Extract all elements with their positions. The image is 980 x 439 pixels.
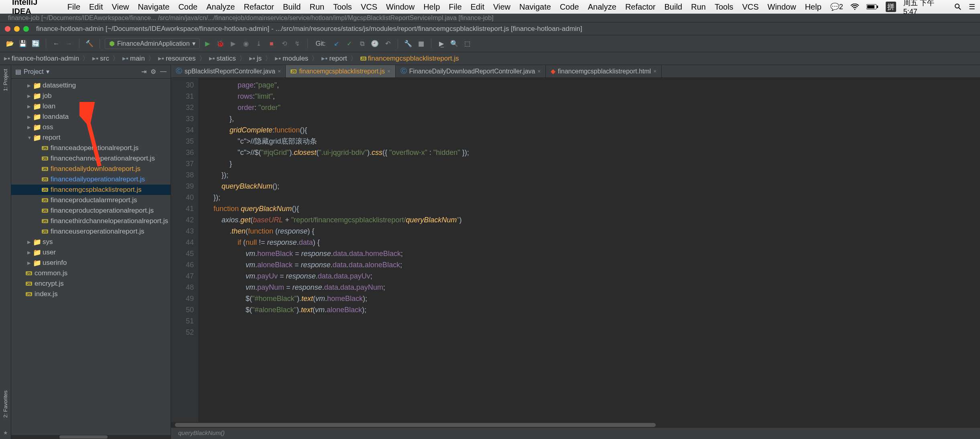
tree-item-financeproductalarmreport.js[interactable]: JSfinanceproductalarmreport.js bbox=[11, 195, 171, 205]
run-anything-icon[interactable]: ▶̲ bbox=[436, 39, 447, 49]
hide-icon[interactable]: — bbox=[160, 68, 167, 75]
gear-icon[interactable]: ⚙ bbox=[150, 68, 156, 75]
breadcrumb-statics[interactable]: ▸▪statics bbox=[209, 54, 236, 63]
menubar-item-run[interactable]: Run bbox=[309, 2, 324, 12]
breadcrumb-main[interactable]: ▸▪main bbox=[122, 54, 145, 63]
tree-item-financechanneloperationalreport.js[interactable]: JSfinancechanneloperationalreport.js bbox=[11, 153, 171, 164]
menubar-item-build[interactable]: Build bbox=[664, 2, 682, 12]
tree-item-common.js[interactable]: JScommon.js bbox=[11, 268, 171, 278]
menubar-item-run[interactable]: Run bbox=[691, 2, 706, 12]
tree-item-financedailydownloadreport.js[interactable]: JSfinancedailydownloadreport.js bbox=[11, 164, 171, 174]
breadcrumb-report[interactable]: ▸▪report bbox=[321, 54, 347, 63]
menubar-item-code[interactable]: Code bbox=[178, 2, 197, 12]
run-icon[interactable]: ▶ bbox=[202, 39, 213, 49]
build-icon[interactable]: 🔨 bbox=[84, 39, 95, 49]
menubar-item-view[interactable]: View bbox=[493, 2, 510, 12]
chevron-down-icon[interactable]: ▾ bbox=[46, 68, 49, 75]
menubar-item-window[interactable]: Window bbox=[386, 2, 415, 12]
clock[interactable]: 周五 下午5:47 bbox=[903, 0, 947, 16]
battery-icon[interactable] bbox=[866, 4, 878, 10]
close-window-button[interactable] bbox=[5, 26, 10, 32]
editor-tab-financemgcspblacklistreport.html[interactable]: ◆financemgcspblacklistreport.html× bbox=[546, 65, 662, 77]
tree-item-financeproductoperationalreport.js[interactable]: JSfinanceproductoperationalreport.js bbox=[11, 205, 171, 216]
tree-item-sys[interactable]: ▶📁sys bbox=[11, 237, 171, 247]
search-everywhere-icon[interactable]: 🔍 bbox=[449, 39, 460, 49]
menubar-item-code[interactable]: Code bbox=[560, 2, 579, 12]
menubar-item-help[interactable]: Help bbox=[805, 2, 821, 12]
tree-item-financedailyoperationalreport.js[interactable]: JSfinancedailyoperationalreport.js bbox=[11, 174, 171, 185]
tree-item-index.js[interactable]: JSindex.js bbox=[11, 289, 171, 299]
menubar-item-edit[interactable]: Edit bbox=[471, 2, 484, 12]
tree-item-financeuseroperationalreport.js[interactable]: JSfinanceuseroperationalreport.js bbox=[11, 226, 171, 237]
tree-item-loan[interactable]: ▶📁loan bbox=[11, 101, 171, 112]
project-tool-button[interactable]: 1: Project bbox=[2, 69, 8, 91]
profile-icon[interactable]: ◉ bbox=[241, 39, 251, 49]
tree-item-financemgcspblacklistreport.js[interactable]: JSfinancemgcspblacklistreport.js bbox=[11, 185, 171, 195]
project-tree[interactable]: ▶📁datasetting▶📁job▶📁loan▶📁loandata▶📁oss▼… bbox=[11, 79, 171, 435]
menubar-item-vcs[interactable]: VCS bbox=[361, 2, 377, 12]
tree-item-encrypt.js[interactable]: JSencrypt.js bbox=[11, 278, 171, 289]
git-commit-icon[interactable]: ✓ bbox=[344, 39, 354, 49]
run-configuration-dropdown[interactable]: ⬢ FinanceAdminApplication ▾ bbox=[105, 38, 200, 49]
tree-item-datasetting[interactable]: ▶📁datasetting bbox=[11, 80, 171, 91]
debug-icon[interactable]: 🐞 bbox=[215, 39, 226, 49]
close-tab-icon[interactable]: × bbox=[537, 68, 541, 74]
git-compare-icon[interactable]: ⧉ bbox=[357, 39, 367, 49]
menubar-app-name[interactable]: IntelliJ IDEA bbox=[12, 0, 59, 16]
breadcrumb-src[interactable]: ▸▪src bbox=[92, 54, 109, 63]
breadcrumb-finance-hotloan-admin[interactable]: ▸▪finance-hotloan-admin bbox=[4, 54, 79, 63]
tree-item-userinfo[interactable]: ▶📁userinfo bbox=[11, 258, 171, 268]
favorites-tool-button[interactable]: 2: Favorites bbox=[2, 390, 8, 418]
tree-item-financeadoperationalreport.js[interactable]: JSfinanceadoperationalreport.js bbox=[11, 143, 171, 153]
editor-tab-FinanceDailyDownloadReportController.java[interactable]: ⒸFinanceDailyDownloadReportController.ja… bbox=[396, 65, 546, 77]
close-tab-icon[interactable]: × bbox=[653, 68, 657, 74]
editor-tab-financemgcspblacklistreport.js[interactable]: JSfinancemgcspblacklistreport.js× bbox=[286, 65, 395, 77]
stop-icon[interactable]: ■ bbox=[266, 39, 277, 49]
menubar-item-file[interactable]: File bbox=[67, 2, 80, 12]
sync-icon[interactable]: 🔄 bbox=[30, 39, 41, 49]
wifi-icon[interactable] bbox=[850, 4, 859, 10]
structure-icon[interactable]: ⬚ bbox=[462, 39, 472, 49]
breadcrumb-financemgcspblacklistreport.js[interactable]: JSfinancemgcspblacklistreport.js bbox=[360, 55, 459, 63]
close-tab-icon[interactable]: × bbox=[278, 68, 281, 74]
breadcrumb-resources[interactable]: ▸▪resources bbox=[158, 54, 196, 63]
close-tab-icon[interactable]: × bbox=[387, 68, 390, 74]
menubar-item-window[interactable]: Window bbox=[768, 2, 796, 12]
menubar-item-analyze[interactable]: Analyze bbox=[206, 2, 235, 12]
hotswap-icon[interactable]: ⟲ bbox=[279, 39, 290, 49]
menubar-item-tools[interactable]: Tools bbox=[715, 2, 734, 12]
tree-item-user[interactable]: ▶📁user bbox=[11, 247, 171, 258]
notification-center-icon[interactable]: ☰ bbox=[969, 2, 975, 11]
menubar-item-view[interactable]: View bbox=[112, 2, 129, 12]
minimize-window-button[interactable] bbox=[14, 26, 20, 32]
breadcrumb-modules[interactable]: ▸▪modules bbox=[275, 54, 308, 63]
collapse-icon[interactable]: ⇥ bbox=[141, 68, 146, 75]
attach-icon[interactable]: ⤓ bbox=[254, 39, 264, 49]
git-revert-icon[interactable]: ↶ bbox=[382, 39, 393, 49]
editor-tab-spBlacklistReportController.java[interactable]: ⒸspBlacklistReportController.java× bbox=[171, 65, 286, 77]
menubar-item-navigate[interactable]: Navigate bbox=[138, 2, 169, 12]
menubar-item-build[interactable]: Build bbox=[283, 2, 301, 12]
back-icon[interactable]: ← bbox=[51, 39, 61, 49]
menubar-item-navigate[interactable]: Navigate bbox=[519, 2, 551, 12]
forward-icon[interactable]: → bbox=[64, 39, 74, 49]
menubar-item-edit[interactable]: Edit bbox=[89, 2, 103, 12]
coverage-icon[interactable]: ▶ bbox=[228, 39, 238, 49]
open-icon[interactable]: 📂 bbox=[5, 39, 15, 49]
menubar-item-vcs[interactable]: VCS bbox=[742, 2, 758, 12]
tree-item-report[interactable]: ▼📁report bbox=[11, 132, 171, 143]
git-update-icon[interactable]: ↙ bbox=[331, 39, 342, 49]
wechat-icon[interactable]: 💬 2 bbox=[830, 2, 843, 11]
settings-icon[interactable]: 🔧 bbox=[403, 39, 413, 49]
tree-item-financethirdchanneloperationalreport.js[interactable]: JSfinancethirdchanneloperationalreport.j… bbox=[11, 216, 171, 226]
spotlight-icon[interactable] bbox=[954, 3, 962, 10]
save-icon[interactable]: 💾 bbox=[18, 39, 28, 49]
menubar-item-file[interactable]: File bbox=[449, 2, 462, 12]
breadcrumb-js[interactable]: ▸▪js bbox=[249, 54, 262, 63]
trace-icon[interactable]: ↯ bbox=[292, 39, 303, 49]
input-method-icon[interactable]: 拼 bbox=[886, 2, 896, 12]
editor-horizontal-scrollbar[interactable] bbox=[175, 422, 976, 428]
maximize-window-button[interactable] bbox=[23, 26, 29, 32]
tree-item-job[interactable]: ▶📁job bbox=[11, 91, 171, 101]
menubar-item-help[interactable]: Help bbox=[423, 2, 440, 12]
